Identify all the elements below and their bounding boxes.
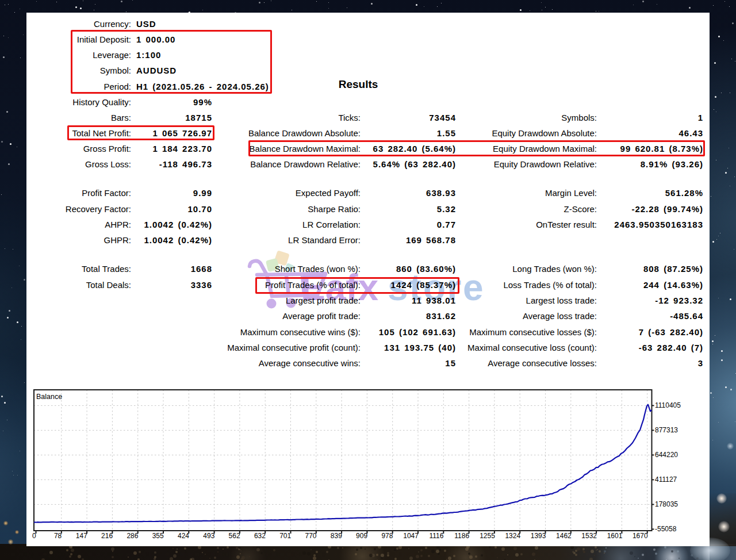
svg-text:-55058: -55058 [655,525,677,533]
svg-text:493: 493 [203,532,214,540]
svg-text:1393: 1393 [531,532,546,540]
svg-text:562: 562 [229,532,240,540]
svg-text:424: 424 [178,532,189,540]
svg-text:216: 216 [101,532,113,540]
svg-text:0: 0 [32,532,36,540]
svg-text:1110405: 1110405 [655,401,681,409]
svg-text:632: 632 [254,532,266,540]
svg-text:178035: 178035 [655,500,678,508]
svg-text:Balance: Balance [36,393,62,401]
svg-text:147: 147 [76,532,87,540]
svg-text:644220: 644220 [655,451,678,459]
svg-text:839: 839 [331,532,342,540]
svg-text:355: 355 [152,532,164,540]
svg-text:1601: 1601 [607,532,623,540]
svg-text:1670: 1670 [632,532,648,540]
svg-text:1532: 1532 [581,532,597,540]
svg-text:1186: 1186 [454,532,469,540]
svg-text:1047: 1047 [403,532,419,540]
svg-text:1462: 1462 [556,532,572,540]
svg-text:1116: 1116 [429,532,443,540]
svg-text:770: 770 [305,532,316,540]
svg-text:1255: 1255 [480,532,495,540]
svg-text:978: 978 [381,532,393,540]
svg-text:411127: 411127 [655,475,677,484]
svg-text:877313: 877313 [655,426,678,434]
svg-text:1324: 1324 [505,532,520,540]
svg-text:78: 78 [54,532,62,540]
svg-text:286: 286 [126,532,138,540]
svg-text:909: 909 [356,532,367,540]
svg-text:701: 701 [279,532,291,540]
